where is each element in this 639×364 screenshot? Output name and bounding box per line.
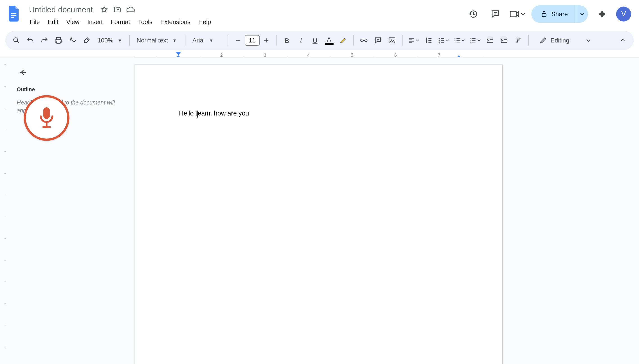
- svg-point-5: [14, 38, 18, 42]
- zoom-select[interactable]: 100% ▼: [94, 34, 126, 47]
- document-title[interactable]: Untitled document: [26, 4, 95, 15]
- share-label: Share: [551, 10, 568, 18]
- line-spacing-button[interactable]: [422, 34, 435, 47]
- document-body[interactable]: Hello team. how are you: [179, 109, 458, 118]
- undo-button[interactable]: [24, 34, 37, 47]
- menubar: File Edit View Insert Format Tools Exten…: [26, 17, 462, 27]
- insert-comment-button[interactable]: [371, 34, 384, 47]
- text-color-button[interactable]: A: [322, 34, 336, 47]
- collapse-toolbar-button[interactable]: [616, 34, 629, 47]
- numbered-list-button[interactable]: 123: [468, 34, 482, 47]
- menu-format[interactable]: Format: [107, 17, 134, 27]
- chevron-down-icon: ▼: [172, 38, 177, 43]
- svg-rect-2: [11, 17, 14, 18]
- svg-point-9: [455, 40, 455, 41]
- docs-logo[interactable]: [5, 4, 23, 25]
- redo-button[interactable]: [38, 34, 51, 47]
- font-size-input[interactable]: [245, 35, 259, 46]
- highlight-button[interactable]: [337, 34, 350, 47]
- meet-icon[interactable]: [509, 6, 525, 22]
- ruler-number: 3: [264, 52, 266, 57]
- chevron-down-icon: ▼: [118, 38, 122, 43]
- underline-button[interactable]: U: [308, 34, 322, 47]
- font-value: Arial: [192, 37, 205, 44]
- insert-image-button[interactable]: [385, 34, 398, 47]
- checklist-button[interactable]: [436, 34, 451, 47]
- share-button[interactable]: Share: [531, 5, 576, 23]
- svg-rect-4: [542, 14, 546, 17]
- bulleted-list-button[interactable]: [452, 34, 467, 47]
- menu-tools[interactable]: Tools: [135, 17, 156, 27]
- history-icon[interactable]: [465, 6, 481, 22]
- menu-extensions[interactable]: Extensions: [157, 17, 194, 27]
- document-canvas[interactable]: Hello team. how are you: [135, 58, 639, 364]
- first-line-indent-marker[interactable]: [176, 52, 181, 55]
- voice-typing-button[interactable]: [24, 95, 69, 141]
- text-run: Hello t: [179, 110, 197, 116]
- close-outline-button[interactable]: [17, 66, 29, 79]
- svg-point-7: [390, 39, 391, 40]
- account-avatar[interactable]: V: [616, 6, 631, 21]
- gemini-icon[interactable]: [594, 6, 610, 22]
- svg-point-10: [455, 42, 455, 42]
- increase-indent-button[interactable]: [498, 34, 511, 47]
- menu-view[interactable]: View: [63, 17, 83, 27]
- mode-value: Editing: [551, 37, 569, 44]
- outline-sidebar: Outline Headings you add to the document…: [6, 58, 134, 364]
- svg-rect-1: [11, 15, 16, 16]
- chevron-down-icon: ▼: [209, 38, 213, 43]
- comments-icon[interactable]: [487, 6, 503, 22]
- italic-button[interactable]: I: [294, 34, 308, 47]
- bold-button[interactable]: B: [280, 34, 294, 47]
- insert-link-button[interactable]: [357, 34, 370, 47]
- menu-help[interactable]: Help: [195, 17, 215, 27]
- spellcheck-button[interactable]: [66, 34, 79, 47]
- decrease-font-button[interactable]: [232, 34, 245, 47]
- menu-edit[interactable]: Edit: [44, 17, 62, 27]
- menu-file[interactable]: File: [26, 17, 43, 27]
- avatar-initial: V: [621, 10, 626, 18]
- vertical-ruler[interactable]: [0, 58, 6, 364]
- style-value: Normal text: [137, 37, 168, 44]
- align-button[interactable]: [406, 34, 421, 47]
- menu-insert[interactable]: Insert: [84, 17, 106, 27]
- svg-point-8: [455, 38, 455, 39]
- paint-format-button[interactable]: [80, 34, 93, 47]
- svg-rect-3: [510, 11, 516, 17]
- star-icon[interactable]: [100, 5, 109, 14]
- ruler-number: 7: [438, 52, 440, 57]
- text-run: eam. how are you: [197, 110, 249, 116]
- ruler-number: 5: [351, 52, 353, 57]
- svg-rect-14: [43, 108, 50, 119]
- move-icon[interactable]: [113, 5, 122, 14]
- share-dropdown[interactable]: [576, 5, 588, 23]
- cloud-status-icon[interactable]: [126, 5, 135, 14]
- paragraph-style-select[interactable]: Normal text ▼: [133, 34, 181, 47]
- mode-select[interactable]: Editing: [535, 33, 597, 47]
- ruler-number: 4: [307, 52, 310, 57]
- search-icon[interactable]: [10, 34, 23, 47]
- toolbar: 100% ▼ Normal text ▼ Arial ▼ B I U A: [5, 31, 633, 50]
- outline-title: Outline: [17, 86, 126, 92]
- zoom-value: 100%: [98, 37, 113, 44]
- ruler-number: 2: [220, 52, 223, 57]
- increase-font-button[interactable]: [260, 34, 273, 47]
- svg-text:3: 3: [470, 42, 471, 44]
- svg-rect-0: [11, 13, 16, 14]
- ruler-number: 6: [394, 52, 397, 57]
- clear-formatting-button[interactable]: [511, 34, 525, 47]
- page[interactable]: Hello team. how are you: [135, 64, 503, 364]
- decrease-indent-button[interactable]: [483, 34, 497, 47]
- font-select[interactable]: Arial ▼: [189, 34, 224, 47]
- print-button[interactable]: [52, 34, 65, 47]
